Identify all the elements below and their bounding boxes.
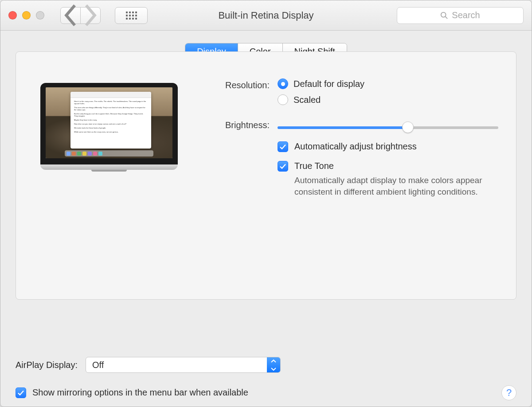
airplay-label: AirPlay Display: [16,360,78,370]
show-all-prefs-button[interactable] [115,7,148,24]
checkmark-icon [279,143,286,150]
resolution-radio-scaled[interactable] [278,94,288,105]
chevron-right-icon [83,4,98,27]
laptop-illustration: Here's to the crazy ones. The misfits. T… [40,83,178,172]
help-button[interactable]: ? [501,385,516,400]
resolution-option-default: Default for display [293,79,364,89]
window-controls [8,11,44,20]
mirroring-label: Show mirroring options in the menu bar w… [32,387,248,398]
nav-back-forward [60,7,101,24]
mirroring-checkbox[interactable] [16,387,26,398]
resolution-option-scaled: Scaled [293,95,321,105]
grid-icon [126,12,137,20]
resolution-label: Resolution: [207,78,278,90]
minimize-window-button[interactable] [22,11,31,20]
chevron-left-icon [63,4,78,27]
search-field[interactable]: Search [397,7,524,24]
display-pane: Here's to the crazy ones. The misfits. T… [16,51,516,300]
help-icon: ? [506,387,512,399]
airplay-select[interactable]: Off [86,357,281,373]
true-tone-label: True Tone [294,161,334,171]
chevron-up-icon [271,360,276,363]
titlebar: Built-in Retina Display Search [0,0,532,31]
select-stepper[interactable] [267,357,280,372]
resolution-radio-default[interactable] [278,78,288,89]
auto-brightness-checkbox[interactable] [278,141,288,152]
checkmark-icon [17,389,24,396]
svg-line-1 [446,16,448,19]
preferences-window: Built-in Retina Display Search Display C… [0,0,532,407]
true-tone-description: Automatically adapt display to make colo… [294,175,489,197]
device-thumbnail: Here's to the crazy ones. The misfits. T… [34,70,184,286]
search-placeholder: Search [452,10,480,20]
footer: AirPlay Display: Off Show mirroring opti… [0,346,532,407]
airplay-value: Off [86,360,267,370]
brightness-label: Brightness: [207,118,278,130]
chevron-down-icon [271,367,276,371]
display-settings: Resolution: Default for display Scaled [207,70,498,286]
content-area: Display Color Night Shift Here's to the … [0,31,532,346]
close-window-button[interactable] [8,11,17,20]
forward-button[interactable] [80,7,101,24]
true-tone-checkbox[interactable] [278,161,288,172]
slider-fill [278,126,408,129]
auto-brightness-label: Automatically adjust brightness [294,141,417,151]
slider-thumb[interactable] [402,121,414,133]
back-button[interactable] [60,7,81,24]
search-icon [440,12,448,20]
svg-point-0 [441,12,446,17]
brightness-slider[interactable] [278,122,498,133]
zoom-window-button [36,11,44,20]
checkmark-icon [279,163,286,170]
